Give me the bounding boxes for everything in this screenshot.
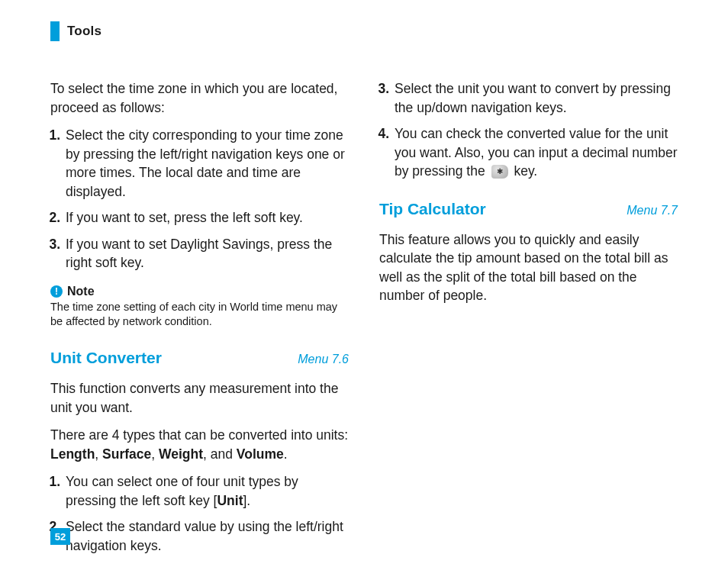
tip-calculator-heading: Tip Calculator Menu 7.7 [379,198,678,220]
unit-converter-steps-cont: Select the unit you want to convert by p… [379,79,678,181]
manual-page: Tools To select the time zone in which y… [0,0,728,581]
timezone-steps: Select the city corresponding to your ti… [50,126,349,272]
unit-step1-bold: Unit [217,493,243,508]
unit-step-1: You can select one of four unit types by… [64,472,349,510]
page-number: 52 [50,528,70,545]
unit-converter-menu-ref: Menu 7.6 [298,351,349,368]
unit-step-4: You can check the converted value for th… [393,124,678,181]
section-title: Tools [67,24,101,39]
section-header: Tools [50,21,678,41]
unit-step1-pre: You can select one of four unit types by… [66,474,298,508]
timezone-step-3: If you want to set Daylight Savings, pre… [64,235,349,272]
unit-step4-post: key. [511,163,538,179]
note-body: The time zone setting of each city in Wo… [50,300,349,330]
tip-calculator-title: Tip Calculator [379,198,486,220]
types-post: . [284,446,288,462]
timezone-step-2: If you want to set, press the left soft … [64,208,349,227]
unit-step1-post: ]. [243,493,250,508]
unit-converter-steps: You can select one of four unit types by… [50,472,349,555]
note-label: Note [67,283,95,300]
timezone-step-1: Select the city corresponding to your ti… [64,126,349,201]
two-column-layout: To select the time zone in which you are… [50,79,678,565]
left-column: To select the time zone in which you are… [50,79,349,565]
tip-calculator-menu-ref: Menu 7.7 [627,202,678,219]
unit-converter-types: There are 4 types that can be converted … [50,426,349,463]
right-column: Select the unit you want to convert by p… [379,79,678,565]
unit-step-3: Select the unit you want to convert by p… [393,79,678,117]
tip-calculator-body: This feature allows you to quickly and e… [379,230,678,305]
types-pre: There are 4 types that can be converted … [50,427,348,443]
unit-converter-desc: This function converts any measurement i… [50,379,349,417]
accent-bar [50,21,60,41]
unit-step-2: Select the standard value by using the l… [64,517,349,555]
types-bold: Length [50,446,95,462]
unit-converter-title: Unit Converter [50,346,162,369]
timezone-intro: To select the time zone in which you are… [50,79,349,117]
info-icon: ! [50,285,63,298]
note-header: ! Note [50,283,349,300]
star-key-icon: ✱ [491,165,508,179]
unit-converter-heading: Unit Converter Menu 7.6 [50,346,349,369]
